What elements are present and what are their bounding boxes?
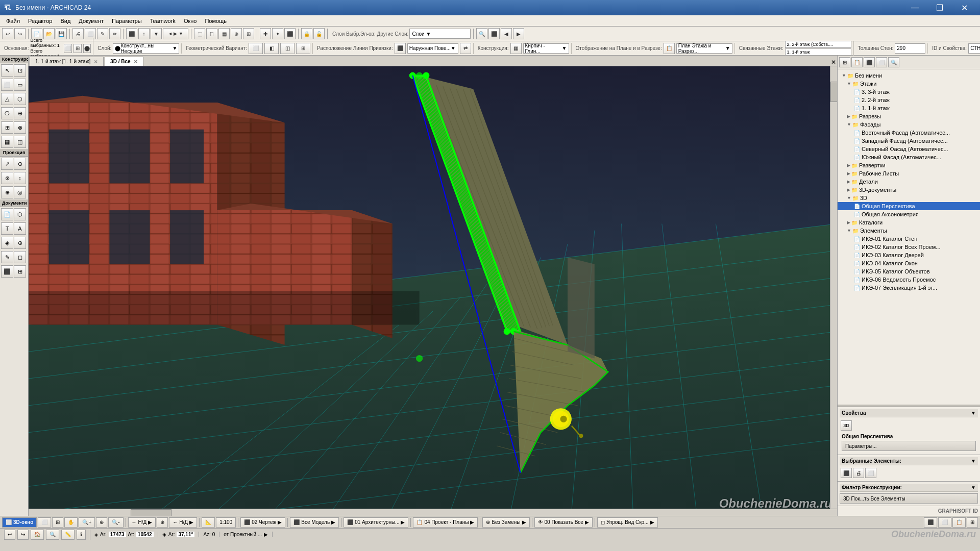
tree-ike04[interactable]: 📄 ИКЭ-04 Каталог Окон xyxy=(838,259,980,267)
mesh-tool[interactable]: ▦ xyxy=(1,136,13,148)
status-home[interactable]: 🏠 xyxy=(31,530,44,540)
tb-btn-5[interactable]: ✏ xyxy=(109,28,120,39)
thickness-input[interactable] xyxy=(895,43,925,54)
tb-btn-15[interactable]: ✚ xyxy=(260,28,271,39)
nav-replace-btn[interactable]: ⊕ Без Замены ▶ xyxy=(482,517,529,528)
nav-arch-btn[interactable]: ⬛ 01 Архитектурны... ▶ xyxy=(344,517,408,528)
floor-icon-btn[interactable]: 📋 xyxy=(664,43,675,54)
right-btn-4[interactable]: ⬜ xyxy=(876,57,887,67)
object-tool[interactable]: ⊗ xyxy=(14,121,26,134)
placement-icon-btn[interactable]: ⬛ xyxy=(395,43,406,54)
menu-teamwork[interactable]: Teamwork xyxy=(146,15,180,27)
tree-ike06[interactable]: 📄 ИКЭ-06 Ведомость Проемос xyxy=(838,276,980,284)
viewport-scrollbar[interactable] xyxy=(830,66,837,516)
tb-btn-22[interactable]: ◀ xyxy=(501,28,512,39)
label-tool[interactable]: 📄 xyxy=(1,208,13,220)
status-measure[interactable]: 📏 xyxy=(61,530,75,540)
line-tool[interactable]: ✎ xyxy=(1,251,13,263)
wall-tool[interactable]: ⬜ xyxy=(1,79,13,91)
menu-edit[interactable]: Редактор xyxy=(24,15,56,27)
tree-unfolded[interactable]: ▶ 📁 Развертки xyxy=(838,161,980,169)
sel-elem-btn-3[interactable]: ⬜ xyxy=(865,468,876,478)
snap-tool[interactable]: ⊕ xyxy=(1,186,13,198)
tree-catalogs[interactable]: ▶ 📁 Каталоги xyxy=(838,218,980,227)
filter-collapse-icon[interactable]: ▼ xyxy=(971,485,976,490)
right-nav-4[interactable]: ⊞ xyxy=(967,517,978,528)
nav-nd-3[interactable]: ← Н/Д ▶ xyxy=(169,517,197,528)
tb-btn-7[interactable]: ↑ xyxy=(138,28,150,39)
tree-facades[interactable]: ▼ 📁 Фасады xyxy=(838,120,980,129)
tb-btn-21[interactable]: ⬛ xyxy=(488,28,500,39)
3d-window-btn[interactable]: ⬜ 3D-окно xyxy=(2,517,37,528)
sel-elem-btn-2[interactable]: 🖨 xyxy=(853,468,864,478)
geom-btn-1[interactable]: ⬜ xyxy=(249,43,263,54)
select-btn-3[interactable]: ⬤ xyxy=(83,44,91,53)
tb-btn-8[interactable]: ▼ xyxy=(151,28,162,39)
tree-ike03[interactable]: 📄 ИКЭ-03 Каталог Дверей xyxy=(838,251,980,259)
tb-btn-9[interactable]: ◄ ▶ ▼ xyxy=(163,28,188,39)
column-tool[interactable]: ▭ xyxy=(14,79,26,91)
nav-btn-2[interactable]: ⊞ xyxy=(52,517,63,528)
measure-tool[interactable]: ◎ xyxy=(14,186,26,198)
tb-btn-10[interactable]: ⬚ xyxy=(194,28,205,39)
minimize-button[interactable]: — xyxy=(903,0,927,15)
placement-swap-btn[interactable]: ⇄ xyxy=(460,43,471,54)
construction-icon-btn[interactable]: ▦ xyxy=(510,43,522,54)
nav-plans-btn[interactable]: 📋 04 Проект - Планы ▶ xyxy=(413,517,478,528)
radial-dim-tool[interactable]: ◈ xyxy=(1,237,13,249)
geom-btn-2[interactable]: ◧ xyxy=(264,43,279,54)
text-tool[interactable]: T xyxy=(1,222,13,235)
status-info[interactable]: ℹ xyxy=(77,530,86,540)
maximize-button[interactable]: ❐ xyxy=(928,0,951,15)
door-tool[interactable]: ⊕ xyxy=(14,107,26,119)
tb-btn-4[interactable]: ✎ xyxy=(97,28,108,39)
tb-btn-17[interactable]: ⬛ xyxy=(284,28,296,39)
close-button[interactable]: ✕ xyxy=(952,0,976,15)
tree-worksheets[interactable]: ▶ 📁 Рабочие Листы xyxy=(838,169,980,178)
tree-floor-1[interactable]: 📄 1. 1-й этаж xyxy=(838,104,980,112)
close-viewport-btn[interactable]: ✕ xyxy=(831,59,836,66)
menu-view[interactable]: Вид xyxy=(56,15,75,27)
linked-dropdown-1[interactable]: 2. 2-й этаж (Собств.... xyxy=(785,41,851,48)
nav-scale-btn[interactable]: 📐 xyxy=(202,517,215,528)
status-capture[interactable]: 🔍 xyxy=(46,530,59,540)
beam-tool[interactable]: △ xyxy=(1,93,13,105)
tb-btn-16[interactable]: ✦ xyxy=(272,28,283,39)
select-tool[interactable]: ⊡ xyxy=(14,64,26,77)
tb-btn-11[interactable]: ⎕ xyxy=(206,28,217,39)
slab-tool[interactable]: ⬡ xyxy=(14,93,26,105)
nav-btn-fit[interactable]: ⊕ xyxy=(96,517,107,528)
nav-btn-zoom-in[interactable]: 🔍+ xyxy=(79,517,95,528)
tree-3ddocs[interactable]: ▶ 📁 3D-документы xyxy=(838,186,980,194)
menu-file[interactable]: Файл xyxy=(2,15,24,27)
tree-ike01[interactable]: 📄 ИКЭ-01 Каталог Стен xyxy=(838,235,980,243)
tb-btn-6[interactable]: ⬛ xyxy=(126,28,137,39)
tree-east-facade[interactable]: 📄 Восточный Фасад (Автоматичес... xyxy=(838,129,980,137)
id-input[interactable] xyxy=(968,43,980,54)
filter-value-btn[interactable]: 3D Пок...ть Все Элементы xyxy=(840,493,978,504)
right-nav-1[interactable]: ⬛ xyxy=(924,517,937,528)
properties-collapse-icon[interactable]: ▼ xyxy=(971,410,976,416)
tree-details[interactable]: ▶ 📁 Детали xyxy=(838,178,980,186)
dimension-tool[interactable]: A xyxy=(14,222,26,235)
spline-tool[interactable]: ⊞ xyxy=(14,265,26,278)
right-nav-2[interactable]: ⬜ xyxy=(938,517,951,528)
placement-dropdown[interactable]: Наружная Пове...▼ xyxy=(407,43,458,54)
fill-tool[interactable]: ◫ xyxy=(14,136,26,148)
nav-nd-2[interactable]: ⊕ xyxy=(157,517,168,528)
tab-3d-close-icon[interactable]: ✕ xyxy=(134,59,138,64)
tree-root[interactable]: ▼ 📁 Без имени xyxy=(838,71,980,80)
right-nav-3[interactable]: 📋 xyxy=(952,517,966,528)
tree-south-facade[interactable]: 📄 Южный Фасад (Автоматичес... xyxy=(838,153,980,161)
status-undo[interactable]: ↩ xyxy=(4,530,15,540)
tb-btn-12[interactable]: ▦ xyxy=(218,28,230,39)
viewport-3d[interactable]: ObuchenieDoma.ru xyxy=(29,66,837,516)
sun-tool[interactable]: ⊛ xyxy=(1,172,13,184)
tree-west-facade[interactable]: 📄 Западный Фасад (Автоматичес... xyxy=(838,137,980,145)
arc-tool[interactable]: ◻ xyxy=(14,251,26,263)
nav-nd-1[interactable]: ← Н/Д ▶ xyxy=(128,517,156,528)
nav-btn-pan[interactable]: ✋ xyxy=(64,517,78,528)
nav-btn-1[interactable]: ⬜ xyxy=(38,517,51,528)
poly-tool[interactable]: ⬛ xyxy=(1,265,13,278)
menu-params[interactable]: Параметры xyxy=(108,15,146,27)
